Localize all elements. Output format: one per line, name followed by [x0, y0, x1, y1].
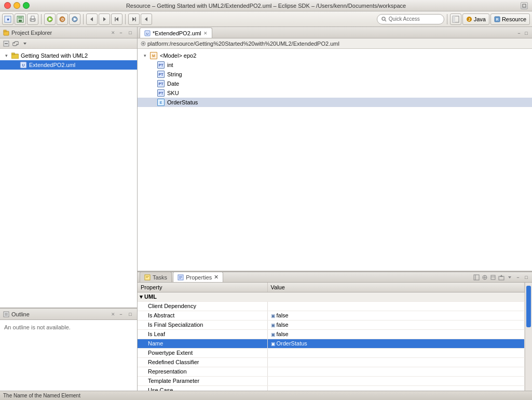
- external-button[interactable]: [69, 14, 80, 25]
- props-table-row[interactable]: Client Dependency: [138, 301, 525, 311]
- outline-title: Outline: [11, 311, 109, 317]
- group-label: ▾ UML: [138, 292, 525, 301]
- uml-tree-item[interactable]: PT SKU: [138, 88, 532, 98]
- props-table-row[interactable]: Is Leaf ▣false: [138, 329, 525, 339]
- model-item[interactable]: ▾ M <Model> epo2: [138, 51, 532, 60]
- uml-tree: ▾ M <Model> epo2 PT int PT String PT Dat…: [138, 49, 532, 109]
- uml-item-label: String: [167, 71, 182, 77]
- right-panel: U *ExtendedPO2.uml ✕ − □ platform:/resou…: [138, 27, 532, 391]
- svg-marker-17: [116, 17, 118, 21]
- editor-maximize-btn[interactable]: □: [523, 30, 530, 37]
- props-table-row[interactable]: Template Parameter: [138, 376, 525, 385]
- project-item[interactable]: ▾ Getting Started with UML2: [0, 51, 137, 60]
- props-table-row[interactable]: Name ▣OrderStatus: [138, 339, 525, 348]
- main-layout: Project Explorer ✕ − □ ▾ Getting Started: [0, 27, 532, 391]
- editor-tab[interactable]: U *ExtendedPO2.uml ✕: [140, 28, 212, 38]
- bottom-tab-bar: Tasks Properties ✕: [138, 271, 532, 283]
- svg-marker-15: [90, 17, 93, 21]
- back-button[interactable]: [86, 14, 98, 25]
- new-button[interactable]: ★: [2, 14, 13, 25]
- explorer-synced-icon: ✕: [111, 30, 115, 35]
- resource-label: Resource: [502, 16, 526, 22]
- props-table-row[interactable]: Is Final Specialization ▣false: [138, 320, 525, 329]
- window-controls[interactable]: [4, 2, 30, 9]
- print-button[interactable]: [27, 14, 38, 25]
- perspective-btn[interactable]: [450, 14, 461, 25]
- props-table-row[interactable]: Is Abstract ▣false: [138, 311, 525, 320]
- props-minimize-btn[interactable]: −: [514, 274, 522, 281]
- props-group-header: ▾ UML: [138, 292, 525, 301]
- props-maximize-btn[interactable]: □: [523, 274, 530, 281]
- svg-rect-25: [453, 16, 455, 22]
- file-label: ExtendedPO2.uml: [29, 62, 75, 68]
- prop-name-cell: Is Final Specialization: [138, 320, 267, 329]
- svg-rect-0: [523, 4, 526, 7]
- props-table-wrap[interactable]: Property Value ▾ UML Client Dependency I…: [138, 283, 525, 391]
- props-dropdown-btn[interactable]: [506, 274, 513, 281]
- resource-perspective-button[interactable]: R Resource: [490, 14, 530, 25]
- explorer-title: Project Explorer: [11, 30, 109, 36]
- nav3-button[interactable]: [111, 14, 122, 25]
- uml-tree-item[interactable]: PT int: [138, 60, 532, 70]
- debug-button[interactable]: ⚙: [57, 14, 68, 25]
- next-anno[interactable]: [128, 14, 140, 25]
- explorer-content[interactable]: ▾ Getting Started with UML2 U ExtendedPO…: [0, 49, 137, 308]
- scroll-thumb[interactable]: [526, 286, 531, 327]
- props-btn3[interactable]: [489, 274, 497, 281]
- resize-button[interactable]: [521, 2, 528, 9]
- quick-access-container[interactable]: Quick Access: [377, 14, 444, 24]
- tab-close-icon[interactable]: ✕: [203, 31, 208, 36]
- java-perspective-button[interactable]: J Java: [462, 14, 489, 25]
- tasks-tab-label: Tasks: [153, 274, 167, 281]
- sep4: [447, 14, 447, 24]
- tasks-tab[interactable]: Tasks: [140, 272, 172, 282]
- uml-tree-item[interactable]: PT Date: [138, 79, 532, 88]
- svg-rect-5: [19, 20, 22, 22]
- val-type-icon: ▣: [271, 323, 276, 328]
- explorer-minimize-btn[interactable]: −: [117, 29, 125, 36]
- properties-tab[interactable]: Properties ✕: [173, 272, 223, 282]
- properties-table: Property Value ▾ UML Client Dependency I…: [138, 283, 525, 391]
- explorer-maximize-btn[interactable]: □: [127, 29, 134, 36]
- svg-text:★: ★: [6, 17, 10, 22]
- props-table-row[interactable]: Representation: [138, 367, 525, 376]
- svg-text:R: R: [496, 18, 498, 21]
- outline-minimize-btn[interactable]: −: [117, 311, 125, 318]
- link-editor-btn[interactable]: [11, 39, 20, 48]
- props-table-row[interactable]: Use Case: [138, 385, 525, 391]
- quick-access-label: Quick Access: [389, 16, 420, 22]
- run-button[interactable]: [44, 14, 56, 25]
- uml-tree-item[interactable]: PT String: [138, 70, 532, 79]
- project-label: Getting Started with UML2: [21, 52, 88, 59]
- uml-tree-item[interactable]: E OrderStatus: [138, 98, 532, 107]
- props-tab-close[interactable]: ✕: [214, 274, 219, 281]
- collapse-all-btn[interactable]: [2, 39, 10, 48]
- outline-content: An outline is not available.: [0, 320, 137, 391]
- prev-anno[interactable]: [141, 14, 152, 25]
- view-menu-btn[interactable]: [21, 39, 29, 48]
- props-table-row[interactable]: Powertype Extent: [138, 348, 525, 357]
- file-item[interactable]: U ExtendedPO2.uml: [0, 60, 137, 70]
- model-icon: M: [150, 52, 157, 59]
- forward-button[interactable]: [99, 14, 110, 25]
- props-btn1[interactable]: [473, 274, 480, 281]
- props-btn2[interactable]: [481, 274, 488, 281]
- props-export-btn[interactable]: [498, 274, 505, 281]
- uml-tree-content[interactable]: platform:/resource/Getting%20Started%20w…: [138, 38, 532, 271]
- props-table-row[interactable]: Redefined Classifier: [138, 357, 525, 367]
- outline-maximize-btn[interactable]: □: [127, 311, 134, 318]
- props-scrollbar[interactable]: [525, 283, 532, 391]
- prop-value-cell: [267, 301, 525, 311]
- outline-panel: Outline ✕ − □ An outline is not availabl…: [0, 308, 137, 391]
- save-button[interactable]: [15, 14, 26, 25]
- close-button[interactable]: [4, 2, 11, 9]
- editor-minimize-btn[interactable]: −: [515, 30, 523, 37]
- maximize-button[interactable]: [23, 2, 30, 9]
- bottom-tab-btns: − □: [473, 274, 530, 282]
- svg-rect-8: [31, 20, 34, 21]
- minimize-button[interactable]: [13, 2, 20, 9]
- resource-icon: R: [494, 16, 500, 22]
- svg-point-46: [142, 43, 144, 45]
- uml-items-container: PT int PT String PT Date PT SKU E OrderS…: [138, 60, 532, 107]
- prop-name-cell: Representation: [138, 367, 267, 376]
